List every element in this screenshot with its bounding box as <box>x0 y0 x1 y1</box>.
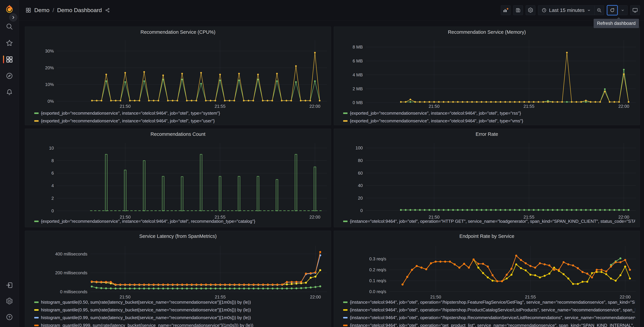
legend-swatch <box>34 112 38 114</box>
sidebar-item-explore[interactable] <box>0 72 19 80</box>
chevron-down-icon <box>587 8 591 12</box>
legend-swatch <box>343 220 348 222</box>
legend-swatch <box>343 309 348 311</box>
svg-text:400 milliseconds: 400 milliseconds <box>55 252 88 256</box>
sidebar-item-search[interactable] <box>0 23 19 30</box>
svg-text:0 milliseconds: 0 milliseconds <box>60 290 88 294</box>
share-icon[interactable] <box>105 8 110 13</box>
svg-text:20%: 20% <box>45 66 54 70</box>
add-panel-button[interactable] <box>501 5 510 15</box>
sidebar-nav <box>0 23 19 96</box>
legend-item[interactable]: histogram_quantile(0.95, sum(rate(latenc… <box>34 306 326 314</box>
legend-item[interactable]: {exported_job="recommendationservice", i… <box>34 218 326 225</box>
sidebar-item-help[interactable]: ? <box>0 313 19 321</box>
legend-label: {exported_job="recommendationservice", i… <box>41 219 255 224</box>
svg-text:?: ? <box>8 315 10 319</box>
dashboard-settings-button[interactable] <box>526 5 536 15</box>
monitor-icon <box>632 8 638 13</box>
sidebar: ? <box>0 0 19 327</box>
legend-item[interactable]: {exported_job="recommendationservice", i… <box>34 109 326 117</box>
svg-text:0.2 req/s: 0.2 req/s <box>369 268 386 272</box>
legend-swatch <box>343 302 348 303</box>
legend-label: {instance="otelcol:9464", job="otel", op… <box>350 219 635 224</box>
legend-item[interactable]: histogram_quantile(0.50, sum(rate(latenc… <box>34 298 326 306</box>
kiosk-mode-button[interactable] <box>630 5 640 15</box>
clock-icon <box>542 8 547 13</box>
panel-recommendation-cpu: Recommendation Service (CPU%) 0%10%20%30… <box>25 26 331 125</box>
legend-item[interactable]: {exported_job="recommendationservice", i… <box>34 117 326 125</box>
legend-label: {exported_job="recommendationservice", i… <box>350 110 521 116</box>
svg-text:21:55: 21:55 <box>214 104 226 108</box>
legend-swatch <box>34 317 38 318</box>
legend-item[interactable]: {instance="otelcol:9464", job="otel", op… <box>343 298 635 306</box>
svg-text:80: 80 <box>358 158 363 163</box>
legend-item[interactable]: histogram_quantile(0.99, sum(rate(latenc… <box>34 314 326 322</box>
sidebar-item-alerting[interactable] <box>0 88 19 96</box>
time-range-group: Last 15 minutes <box>538 5 604 15</box>
refresh-button[interactable] <box>607 5 618 16</box>
legend-label: {exported_job="recommendationservice", i… <box>350 118 523 124</box>
sidebar-item-starred[interactable] <box>0 39 19 47</box>
breadcrumb-section[interactable]: Demo <box>34 7 50 14</box>
refresh-group: Refresh dashboard <box>607 5 628 15</box>
gear-icon <box>6 298 13 305</box>
top-nav: Demo / Demo Dashboard <box>19 0 644 20</box>
svg-text:30%: 30% <box>45 49 54 54</box>
panel-error-rate: Error Rate 02040608010021:5021:5522:00 {… <box>334 128 640 227</box>
svg-text:0 MB: 0 MB <box>352 100 363 105</box>
save-dashboard-button[interactable] <box>513 5 523 15</box>
svg-text:0.1 req/s: 0.1 req/s <box>369 278 386 283</box>
time-series-plot[interactable]: 02040608010021:5021:5522:00 <box>334 129 640 227</box>
svg-text:21:55: 21:55 <box>524 104 534 108</box>
sidebar-expand-button[interactable] <box>9 14 17 22</box>
legend-label: {instance="otelcol:9464", job="otel", op… <box>350 315 635 320</box>
time-range-label: Last 15 minutes <box>549 8 584 13</box>
legend-item[interactable]: {exported_job="recommendationservice", i… <box>343 109 635 117</box>
svg-text:21:50: 21:50 <box>120 104 130 108</box>
legend-label: {exported_job="recommendationservice", i… <box>41 110 220 116</box>
zoom-out-button[interactable] <box>594 5 604 15</box>
sidebar-bottom: ? <box>0 281 19 321</box>
panel-service-latency: Service Latency (from SpanMetrics) 0 mil… <box>25 231 331 327</box>
bell-icon <box>6 89 13 96</box>
svg-text:0%: 0% <box>48 99 54 104</box>
svg-text:10%: 10% <box>45 82 54 87</box>
svg-text:21:50: 21:50 <box>428 104 440 108</box>
panel-endpoint-rate: Endpoint Rate by Service 0.0 req/s0.1 re… <box>334 231 640 327</box>
dashboard-toolbar: Last 15 minutes Refresh dashboard <box>501 5 640 15</box>
legend-swatch <box>34 120 38 122</box>
zoom-out-icon <box>597 8 602 13</box>
time-series-plot[interactable]: 024681021:5021:5522:00 <box>25 129 331 227</box>
legend-item[interactable]: {instance="otelcol:9464", job="otel", op… <box>343 314 635 322</box>
legend-item[interactable]: histogram_quantile(0.999, sum(rate(laten… <box>34 322 326 327</box>
legend-item[interactable]: {exported_job="recommendationservice", i… <box>343 117 635 125</box>
panel-legend: {exported_job="recommendationservice", i… <box>343 109 635 125</box>
svg-text:4: 4 <box>51 183 54 188</box>
sidebar-item-dashboards[interactable] <box>0 56 19 63</box>
time-range-picker[interactable]: Last 15 minutes <box>538 5 594 15</box>
legend-item[interactable]: {instance="otelcol:9464", job="otel", op… <box>343 322 635 327</box>
svg-text:8 MB: 8 MB <box>352 45 363 49</box>
svg-text:22:00: 22:00 <box>618 104 629 108</box>
legend-swatch <box>34 302 38 303</box>
legend-label: histogram_quantile(0.95, sum(rate(latenc… <box>41 307 251 312</box>
panel-recommendations-count: Recommendations Count 024681021:5021:552… <box>25 128 331 227</box>
refresh-interval-button[interactable] <box>618 5 628 15</box>
add-panel-icon <box>503 8 508 13</box>
panel-legend: {instance="otelcol:9464", job="otel", op… <box>343 298 635 327</box>
sign-in-icon <box>6 282 13 289</box>
sidebar-item-sign-in[interactable] <box>0 281 19 289</box>
sidebar-item-settings[interactable] <box>0 297 19 305</box>
svg-text:2: 2 <box>51 196 54 200</box>
legend-item[interactable]: {instance="otelcol:9464", job="otel", op… <box>343 218 635 225</box>
svg-text:10: 10 <box>49 146 54 150</box>
help-icon: ? <box>6 314 13 321</box>
panel-legend: {exported_job="recommendationservice", i… <box>34 218 326 225</box>
svg-text:8: 8 <box>51 158 54 163</box>
chevron-down-icon <box>621 8 625 12</box>
legend-item[interactable]: {instance="otelcol:9464", job="otel", op… <box>343 306 635 314</box>
svg-text:6 MB: 6 MB <box>352 58 363 63</box>
refresh-icon <box>610 8 615 13</box>
chevron-right-icon <box>11 16 15 20</box>
save-icon <box>515 8 521 13</box>
